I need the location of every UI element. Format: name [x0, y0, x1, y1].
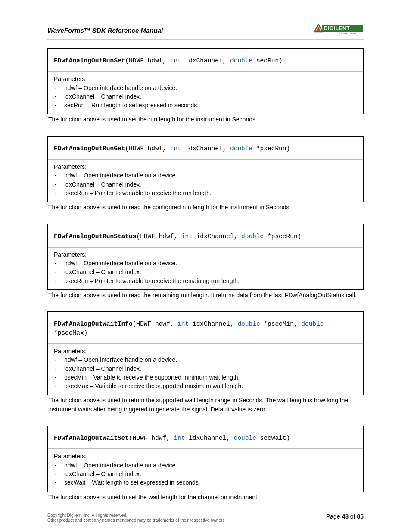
parameter-item: -psecRun – Pointer to variable to receiv…: [54, 189, 357, 197]
parameter-text: idxChannel – Channel index.: [64, 180, 141, 189]
parameter-item: -hdwf – Open interface handle on a devic…: [54, 84, 357, 92]
page-header: WaveForms™ SDK Reference Manual DIGILENT…: [47, 24, 364, 40]
function-description: The function above is used to set the wa…: [47, 493, 364, 501]
parameter-item: -secRun – Run length to set expressed in…: [54, 101, 357, 109]
function-description: The function above is used to return the…: [47, 396, 364, 414]
parameters-label: Parameters:: [54, 250, 357, 259]
parameters-label: Parameters:: [54, 162, 357, 171]
dash-icon: -: [54, 92, 64, 101]
dash-icon: -: [54, 461, 64, 470]
parameter-item: -hdwf – Open interface handle on a devic…: [54, 171, 357, 180]
parameters-box: Parameters:-hdwf – Open interface handle…: [48, 160, 363, 202]
function-signature: FDwfAnalogOutRunStatus(HDWF hdwf, int id…: [48, 224, 363, 248]
dash-icon: -: [54, 470, 64, 478]
parameter-item: -hdwf – Open interface handle on a devic…: [54, 461, 357, 470]
function-block: FDwfAnalogOutRunStatus(HDWF hdwf, int id…: [47, 224, 364, 290]
parameter-text: idxChannel – Channel index.: [64, 268, 141, 276]
dash-icon: -: [54, 355, 64, 364]
parameters-box: Parameters:-hdwf – Open interface handle…: [48, 248, 363, 289]
parameter-item: -idxChannel – Channel index.: [54, 180, 357, 189]
digilent-logo: DIGILENT BEYOND THEORY: [314, 24, 364, 37]
function-block: FDwfAnalogOutRunSet(HDWF hdwf, int idxCh…: [47, 48, 364, 114]
parameter-text: hdwf – Open interface handle on a device…: [64, 259, 177, 268]
dash-icon: -: [54, 268, 64, 276]
parameter-text: psecRun – Pointer to variable to receive…: [64, 277, 240, 285]
parameters-label: Parameters:: [54, 75, 357, 83]
parameters-box: Parameters:-hdwf – Open interface handle…: [48, 72, 363, 114]
parameters-box: Parameters:-hdwf – Open interface handle…: [48, 344, 363, 395]
parameter-item: -hdwf – Open interface handle on a devic…: [54, 355, 357, 364]
function-description: The function above is used to read the c…: [47, 203, 364, 212]
function-signature: FDwfAnalogOutRunGet(HDWF hdwf, int idxCh…: [48, 137, 363, 160]
function-description: The function above is used to read the r…: [47, 291, 364, 299]
parameter-item: -psecRun – Pointer to variable to receiv…: [54, 277, 357, 285]
parameters-box: Parameters:-hdwf – Open interface handle…: [48, 449, 363, 491]
function-block: FDwfAnalogOutWaitSet(HDWF hdwf, int idxC…: [47, 426, 364, 492]
parameter-item: -idxChannel – Channel index.: [54, 470, 357, 478]
parameter-item: -psecMin – Variable to receive the suppo…: [54, 373, 357, 382]
parameter-item: -hdwf – Open interface handle on a devic…: [54, 259, 357, 268]
dash-icon: -: [54, 101, 64, 109]
function-signature: FDwfAnalogOutRunSet(HDWF hdwf, int idxCh…: [48, 49, 363, 72]
svg-text:DIGILENT: DIGILENT: [324, 25, 350, 31]
parameter-text: secWait – Wait length to set expressed i…: [64, 478, 200, 487]
parameter-text: psecMax – Variable to receive the suppor…: [64, 382, 243, 390]
dash-icon: -: [54, 180, 64, 189]
dash-icon: -: [54, 382, 64, 390]
footer-left: Copyright Digilent, Inc. All rights rese…: [47, 513, 226, 523]
parameter-text: hdwf – Open interface handle on a device…: [64, 461, 177, 470]
parameter-item: -secWait – Wait length to set expressed …: [54, 478, 357, 487]
dash-icon: -: [54, 259, 64, 268]
parameter-item: -idxChannel – Channel index.: [54, 268, 357, 276]
dash-icon: -: [54, 277, 64, 285]
parameter-text: idxChannel – Channel index.: [64, 92, 141, 101]
dash-icon: -: [54, 373, 64, 382]
dash-icon: -: [54, 189, 64, 197]
parameter-item: -idxChannel – Channel index.: [54, 364, 357, 373]
dash-icon: -: [54, 171, 64, 180]
parameter-item: -psecMax – Variable to receive the suppo…: [54, 382, 357, 390]
parameter-item: -idxChannel – Channel index.: [54, 92, 357, 101]
footer-copyright: Copyright Digilent, Inc. All rights rese…: [47, 513, 226, 518]
dash-icon: -: [54, 84, 64, 92]
dash-icon: -: [54, 364, 64, 373]
parameter-text: idxChannel – Channel index.: [64, 470, 141, 478]
function-block: FDwfAnalogOutWaitInfo(HDWF hdwf, int idx…: [47, 311, 364, 395]
footer-page-number: Page 48 of 85: [326, 513, 364, 520]
svg-text:BEYOND THEORY: BEYOND THEORY: [339, 33, 357, 35]
parameters-label: Parameters:: [54, 347, 357, 355]
functions-container: FDwfAnalogOutRunSet(HDWF hdwf, int idxCh…: [47, 48, 364, 501]
dash-icon: -: [54, 478, 64, 487]
function-signature: FDwfAnalogOutWaitInfo(HDWF hdwf, int idx…: [48, 312, 363, 344]
parameter-text: secRun – Run length to set expressed in …: [64, 101, 199, 109]
footer-trademark: Other product and company names mentione…: [47, 518, 226, 523]
parameter-text: hdwf – Open interface handle on a device…: [64, 355, 177, 364]
parameter-text: psecRun – Pointer to variable to receive…: [64, 189, 212, 197]
function-description: The function above is used to set the ru…: [47, 115, 364, 124]
header-title: WaveForms™ SDK Reference Manual: [47, 27, 163, 34]
parameters-label: Parameters:: [54, 452, 357, 460]
function-block: FDwfAnalogOutRunGet(HDWF hdwf, int idxCh…: [47, 136, 364, 202]
parameter-text: hdwf – Open interface handle on a device…: [64, 84, 177, 92]
function-signature: FDwfAnalogOutWaitSet(HDWF hdwf, int idxC…: [48, 426, 363, 449]
parameter-text: idxChannel – Channel index.: [64, 364, 141, 373]
parameter-text: hdwf – Open interface handle on a device…: [64, 171, 177, 180]
parameter-text: psecMin – Variable to receive the suppor…: [64, 373, 240, 382]
page-footer: Copyright Digilent, Inc. All rights rese…: [47, 512, 364, 523]
